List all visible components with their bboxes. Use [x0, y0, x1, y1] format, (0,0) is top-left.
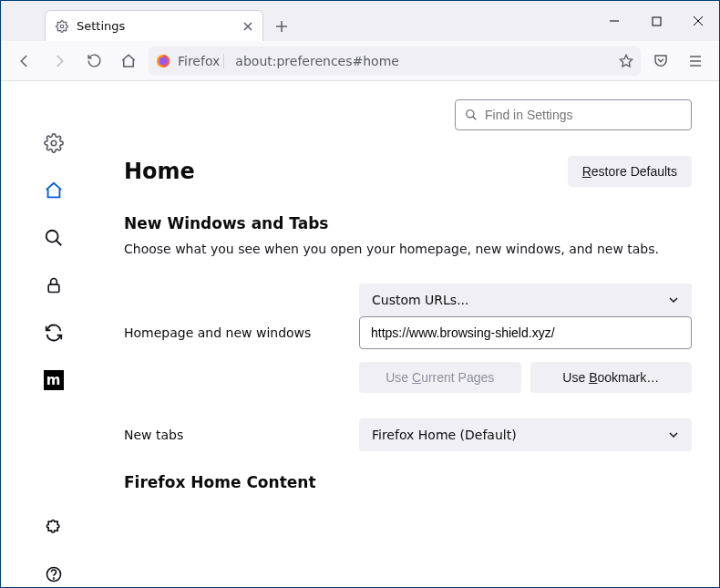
chevron-down-icon	[668, 429, 679, 440]
mozilla-icon: m	[44, 370, 64, 390]
firefox-icon	[156, 54, 170, 68]
minimize-button[interactable]	[593, 6, 635, 36]
homepage-mode-label: Custom URLs...	[372, 293, 469, 307]
app-menu-button[interactable]	[681, 46, 710, 76]
reload-button[interactable]	[79, 46, 108, 76]
pocket-button[interactable]	[646, 46, 675, 76]
toolbar: Firefox about:preferences#home	[1, 41, 719, 81]
svg-point-4	[51, 140, 57, 146]
svg-point-8	[53, 578, 54, 579]
url-identity: Firefox	[178, 54, 224, 68]
svg-rect-1	[653, 17, 661, 26]
restore-defaults-button[interactable]: Restore Defaults	[568, 156, 692, 187]
newtabs-label: New tabs	[124, 428, 345, 442]
svg-point-9	[467, 110, 474, 118]
new-tab-button[interactable]	[267, 12, 296, 41]
homepage-mode-select[interactable]: Custom URLs...	[359, 284, 692, 316]
main-panel: Home Restore Defaults New Windows and Ta…	[106, 81, 719, 587]
section-desc: Choose what you see when you open your h…	[124, 242, 692, 256]
sidebar: m	[1, 81, 106, 587]
page-title: Home	[124, 159, 195, 184]
bookmark-star-icon[interactable]	[619, 54, 633, 68]
chevron-down-icon	[668, 294, 679, 305]
close-window-button[interactable]	[677, 6, 719, 36]
use-bookmark-button[interactable]: Use Bookmark…	[530, 362, 693, 393]
settings-search[interactable]	[455, 99, 692, 130]
sidebar-more-mozilla[interactable]: m	[41, 367, 67, 393]
sidebar-sync[interactable]	[41, 320, 67, 346]
section-title-home-content: Firefox Home Content	[124, 473, 692, 491]
sidebar-privacy[interactable]	[41, 273, 67, 298]
browser-tab[interactable]: Settings	[45, 10, 263, 41]
sidebar-general[interactable]	[41, 130, 67, 156]
gear-icon	[55, 19, 69, 34]
url-bar[interactable]: Firefox about:preferences#home	[149, 46, 641, 76]
svg-point-0	[60, 25, 64, 28]
window-controls	[593, 1, 719, 41]
homepage-url-input[interactable]	[359, 316, 692, 349]
newtabs-select-label: Firefox Home (Default)	[372, 428, 517, 442]
svg-point-5	[46, 231, 57, 242]
forward-button	[45, 46, 74, 76]
newtabs-select[interactable]: Firefox Home (Default)	[359, 418, 692, 451]
url-text: about:preferences#home	[231, 54, 612, 68]
homepage-label: Homepage and new windows	[124, 325, 345, 340]
sidebar-search[interactable]	[41, 225, 67, 251]
sidebar-help[interactable]	[41, 562, 67, 587]
home-button[interactable]	[114, 46, 143, 76]
svg-rect-6	[48, 284, 59, 292]
use-current-pages-button[interactable]: Use Current Pages	[359, 362, 521, 393]
back-button[interactable]	[10, 46, 39, 76]
search-icon	[465, 108, 478, 121]
maximize-button[interactable]	[635, 6, 677, 36]
sidebar-extensions[interactable]	[41, 514, 67, 540]
close-tab-icon[interactable]	[241, 19, 255, 34]
tab-title: Settings	[77, 19, 233, 33]
titlebar: Settings	[1, 1, 719, 41]
content-area: m Home Restore Defaults New Windows and …	[1, 81, 719, 587]
section-title-new-windows: New Windows and Tabs	[124, 214, 692, 232]
sidebar-home[interactable]	[41, 178, 67, 203]
settings-search-input[interactable]	[485, 108, 682, 122]
